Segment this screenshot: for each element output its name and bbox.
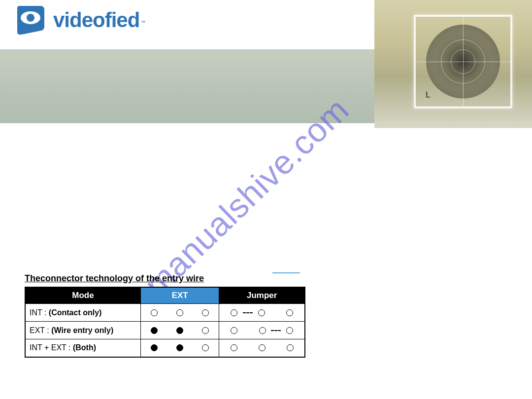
content-section: Theconnector technology of the entry wir…: [25, 273, 320, 358]
mode-table: Mode EXT Jumper INT : (Contact only)EXT …: [25, 287, 305, 358]
pin-filled-icon: [151, 344, 158, 351]
section-title: Theconnector technology of the entry wir…: [25, 273, 320, 284]
pin-open-icon: [258, 309, 265, 316]
pin-open-icon: [286, 309, 293, 316]
mode-label-bold: (Contact only): [49, 308, 102, 317]
jumper-cell: [219, 339, 305, 357]
eye-panel: L: [374, 0, 532, 128]
col-header-mode: Mode: [25, 287, 141, 304]
mode-label-bold: (Both): [73, 343, 96, 352]
mode-label-prefix: INT + EXT :: [30, 343, 73, 352]
jumper-cell: [219, 322, 305, 339]
table-row: INT : (Contact only): [25, 304, 305, 322]
frame-label: L: [426, 91, 431, 100]
pin-open-icon: [202, 309, 209, 316]
pin-open-icon: [286, 327, 293, 334]
jumper-cell: [219, 304, 305, 322]
brand-name: videofied™: [53, 8, 145, 32]
crosshair-ring-inner: [451, 49, 475, 74]
mode-label: INT + EXT : (Both): [25, 339, 141, 357]
pin-open-icon: [287, 344, 294, 351]
ext-cell: [141, 322, 219, 339]
tm-symbol: ™: [140, 20, 145, 25]
ext-cell: [141, 304, 219, 322]
brand-text: videofied: [53, 8, 139, 32]
mode-label-prefix: EXT :: [30, 326, 51, 334]
pin-open-icon: [259, 327, 266, 334]
table-row: INT + EXT : (Both): [25, 339, 305, 357]
svg-point-1: [27, 14, 34, 22]
pin-filled-icon: [176, 327, 183, 334]
col-header-ext: EXT: [141, 287, 219, 304]
pin-open-icon: [231, 344, 237, 351]
pin-filled-icon: [151, 327, 158, 334]
pin-open-icon: [259, 344, 266, 351]
pin-link-icon: [243, 312, 253, 313]
pin-open-icon: [231, 327, 237, 334]
brand-logo: videofied™: [16, 5, 145, 35]
pin-open-icon: [176, 309, 183, 316]
mode-label: EXT : (Wire entry only): [25, 322, 141, 339]
pin-open-icon: [151, 309, 158, 316]
mode-label-prefix: INT :: [30, 308, 49, 317]
mode-label: INT : (Contact only): [25, 304, 141, 322]
pin-open-icon: [202, 344, 209, 351]
col-header-jumper: Jumper: [219, 287, 305, 304]
pin-open-icon: [231, 309, 237, 316]
mode-label-bold: (Wire entry only): [51, 326, 113, 334]
pin-link-icon: [271, 330, 281, 331]
ext-cell: [141, 339, 219, 357]
pin-open-icon: [202, 327, 209, 334]
table-row: EXT : (Wire entry only): [25, 322, 305, 339]
logo-icon: [16, 5, 46, 35]
eye-frame: L: [414, 15, 512, 108]
pin-filled-icon: [176, 344, 183, 351]
